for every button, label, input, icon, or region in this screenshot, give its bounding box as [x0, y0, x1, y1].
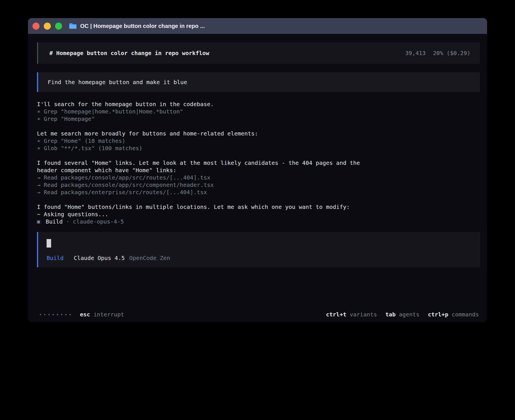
assistant-message: I'll search for the homepage button in t…: [37, 100, 373, 108]
terminal-content: # Homepage button color change in repo w…: [28, 34, 487, 322]
tool-call: → Read packages/console/app/src/routes/[…: [37, 174, 373, 181]
status-bar: esc interrupt ctrl+t variants tab agents…: [37, 307, 480, 318]
session-header: # Homepage button color change in repo w…: [37, 42, 480, 64]
tool-call: → Read packages/enterprise/src/routes/[.…: [37, 189, 373, 196]
context-percent: 20%: [433, 49, 443, 57]
shortcut-variants: ctrl+t variants: [326, 311, 377, 318]
token-count: 39,413: [405, 49, 425, 57]
input-meta: Build Claude Opus 4.5 OpenCode Zen: [47, 254, 472, 262]
window-title-group: OC | Homepage button color change in rep…: [69, 23, 205, 29]
session-title: # Homepage button color change in repo w…: [49, 49, 209, 57]
terminal-window: OC | Homepage button color change in rep…: [28, 18, 487, 322]
tool-call: ∗ Glob "**/*.tsx" (100 matches): [37, 145, 373, 152]
shortcut-label: agents: [399, 311, 419, 318]
user-message-text: Find the homepage button and make it blu…: [48, 79, 187, 86]
prompt-input[interactable]: Build Claude Opus 4.5 OpenCode Zen: [37, 232, 480, 267]
traffic-lights: [32, 23, 62, 30]
tool-call-group: ∗ Grep "homepage|home.*button|Home.*butt…: [37, 108, 480, 123]
agent-icon: ▣: [37, 218, 40, 225]
tool-call-group: ∗ Grep "Home" (18 matches) ∗ Glob "**/*.…: [37, 137, 480, 152]
tool-call: ∗ Grep "Homepage": [37, 115, 373, 123]
spinner-dots: [40, 314, 71, 315]
assistant-status: ~ Asking questions...: [37, 211, 373, 218]
tool-call: ∗ Grep "homepage|home.*button|Home.*butt…: [37, 108, 373, 115]
agent-status-row: ▣ Build · claude-opus-4-5: [37, 218, 480, 225]
folder-icon: [69, 23, 77, 29]
window-title: OC | Homepage button color change in rep…: [80, 23, 205, 29]
text-cursor: [47, 239, 51, 248]
session-stats: 39,413 20% ($0.29): [405, 49, 470, 57]
status-bar-right: ctrl+t variants tab agents ctrl+p comman…: [326, 311, 479, 318]
shortcut-commands: ctrl+p commands: [428, 311, 479, 318]
agent-separator: ·: [66, 218, 69, 225]
close-button[interactable]: [32, 23, 40, 30]
titlebar[interactable]: OC | Homepage button color change in rep…: [28, 18, 487, 34]
tool-call: → Read packages/console/app/src/componen…: [37, 181, 373, 189]
input-model-label: Claude Opus 4.5: [74, 254, 125, 262]
agent-model: claude-opus-4-5: [73, 218, 124, 225]
shortcut-label: commands: [452, 311, 479, 318]
assistant-message: I found "Home" buttons/links in multiple…: [37, 203, 373, 211]
shortcut-key: ctrl+p: [428, 311, 448, 318]
status-bar-left: esc interrupt: [40, 311, 124, 318]
esc-label: interrupt: [93, 311, 124, 318]
zoom-button[interactable]: [55, 23, 62, 30]
shortcut-key: tab: [385, 311, 396, 318]
tool-call-group: → Read packages/console/app/src/routes/[…: [37, 174, 480, 196]
user-message: Find the homepage button and make it blu…: [37, 72, 480, 92]
shortcut-agents: tab agents: [385, 311, 419, 318]
esc-key-hint: esc: [80, 311, 90, 318]
tool-call: ∗ Grep "Home" (18 matches): [37, 137, 373, 145]
conversation-transcript: I'll search for the homepage button in t…: [37, 100, 480, 225]
input-mode-label: Build: [47, 254, 64, 262]
session-cost: ($0.29): [447, 49, 470, 57]
assistant-message: Let me search more broadly for buttons a…: [37, 130, 373, 137]
agent-name: Build: [46, 218, 63, 225]
shortcut-label: variants: [350, 311, 377, 318]
shortcut-key: ctrl+t: [326, 311, 346, 318]
minimize-button[interactable]: [44, 23, 51, 30]
assistant-message: I found several "Home" links. Let me loo…: [37, 159, 373, 174]
input-provider-label: OpenCode Zen: [129, 254, 170, 262]
